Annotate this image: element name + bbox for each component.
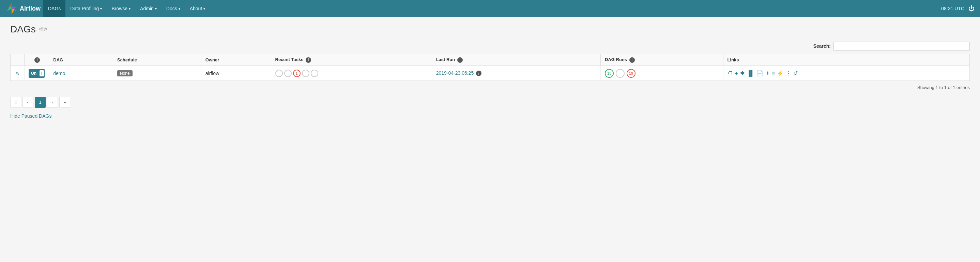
dag-runs-container: 13 19 [605, 69, 719, 78]
edit-icon[interactable]: ✎ [15, 70, 19, 76]
navbar-right: 08:31 UTC ⏻ [941, 5, 975, 12]
cell-owner: airflow [201, 66, 271, 80]
col-links: Links [723, 54, 969, 66]
task-circle-2 [284, 70, 292, 77]
chevron-down-icon: ▾ [204, 7, 205, 11]
cell-dag-name: demo [49, 66, 113, 80]
gantt-icon[interactable]: 📄 [756, 70, 763, 77]
dag-runs-info-icon[interactable]: i [629, 57, 635, 63]
graph-icon[interactable]: ● [735, 70, 738, 77]
last-run-link[interactable]: 2019-04-23 06:25 [436, 70, 474, 76]
footer-showing: Showing 1 to 1 of 1 entries [10, 83, 970, 91]
search-input[interactable] [834, 42, 970, 51]
page-next-btn[interactable]: › [47, 97, 58, 108]
col-schedule: Schedule [113, 54, 201, 66]
col-owner: Owner [201, 54, 271, 66]
navbar-time: 08:31 UTC [941, 6, 964, 11]
nav-about[interactable]: About ▾ [185, 0, 210, 17]
cell-toggle: ✎ [11, 66, 24, 80]
cell-last-run: 2019-04-23 06:25 i [432, 66, 600, 80]
col-info-icon[interactable]: i [34, 57, 40, 63]
dag-run-failed: 19 [627, 69, 635, 78]
brand-logo[interactable]: Airflow [5, 2, 41, 15]
calendar-icon[interactable]: ✱ [740, 70, 745, 77]
dag-link[interactable]: demo [53, 70, 65, 76]
code-icon[interactable]: ≡ [772, 70, 775, 77]
chart-icon[interactable]: ▐▌ [746, 70, 754, 77]
col-dag: DAG [49, 54, 113, 66]
pagination: « ‹ 1 › » [10, 97, 970, 108]
cell-dag-runs: 13 19 [601, 66, 724, 80]
clock-icon[interactable]: ⏱ [727, 70, 733, 77]
dag-toggle-button[interactable]: On | [29, 69, 45, 78]
cell-recent-tasks: 1 [271, 66, 432, 80]
page-1-btn[interactable]: 1 [35, 97, 46, 108]
search-bar: Search: [10, 42, 970, 51]
hide-paused-link[interactable]: Hide Paused DAGs [10, 113, 51, 119]
chevron-down-icon: ▾ [129, 7, 130, 11]
task-circle-4 [302, 70, 309, 77]
nav-browse[interactable]: Browse ▾ [107, 0, 135, 17]
page-prev-btn[interactable]: ‹ [22, 97, 33, 108]
nav-admin[interactable]: Admin ▾ [135, 0, 162, 17]
brand-name: Airflow [20, 5, 41, 12]
col-last-run: Last Run i [432, 54, 600, 66]
chevron-down-icon: ▾ [155, 7, 157, 11]
page-subtitle: 描述 [39, 27, 48, 32]
col-dag-runs: DAG Runs i [601, 54, 724, 66]
chevron-down-icon: ▾ [100, 7, 102, 11]
table-row: ✎ On | demo None [11, 66, 969, 80]
nav-docs[interactable]: Docs ▾ [162, 0, 185, 17]
col-recent-tasks: Recent Tasks i [271, 54, 432, 66]
power-icon[interactable]: ⏻ [969, 5, 975, 12]
dag-run-success: 13 [605, 69, 614, 78]
trigger-icon[interactable]: ⚡ [777, 70, 784, 77]
main-content: DAGs 描述 Search: i DAG Schedule Owner Rec… [0, 17, 980, 262]
cell-schedule: None [113, 66, 201, 80]
delete-icon[interactable]: ↺ [793, 70, 798, 77]
dags-table: i DAG Schedule Owner Recent Tasks i Last… [10, 54, 970, 81]
last-run-info-icon[interactable]: i [457, 57, 463, 63]
navbar: Airflow DAGs Data Profiling ▾ Browse ▾ A… [0, 0, 980, 17]
toggle-handle: | [40, 70, 44, 77]
chevron-down-icon: ▾ [178, 7, 180, 11]
links-icons: ⏱ ● ✱ ▐▌ 📄 ✈ ≡ ⚡ ⋮ ↺ [727, 70, 965, 77]
refresh-icon[interactable]: ⋮ [786, 70, 791, 77]
cell-links: ⏱ ● ✱ ▐▌ 📄 ✈ ≡ ⚡ ⋮ ↺ [723, 66, 969, 80]
task-circle-3-failed: 1 [293, 70, 301, 77]
page-header: DAGs 描述 [10, 24, 970, 35]
task-circles: 1 [275, 70, 428, 77]
task-circle-1 [275, 70, 283, 77]
col-toggle [11, 54, 24, 66]
page-first-btn[interactable]: « [10, 97, 21, 108]
landing-icon[interactable]: ✈ [765, 70, 770, 77]
task-circle-5 [311, 70, 318, 77]
nav-data-profiling[interactable]: Data Profiling ▾ [65, 0, 107, 17]
recent-tasks-info-icon[interactable]: i [305, 57, 311, 63]
nav-dags[interactable]: DAGs [43, 0, 65, 17]
toggle-label: On [29, 70, 39, 77]
page-last-btn[interactable]: » [59, 97, 70, 108]
cell-dag-toggle: On | [24, 66, 49, 80]
dag-run-middle [616, 69, 625, 78]
col-info: i [24, 54, 49, 66]
page-title: DAGs [10, 24, 36, 35]
schedule-badge: None [117, 70, 132, 77]
owner-value: airflow [205, 70, 219, 76]
last-run-detail-icon[interactable]: i [476, 70, 482, 76]
search-label: Search: [813, 43, 831, 49]
